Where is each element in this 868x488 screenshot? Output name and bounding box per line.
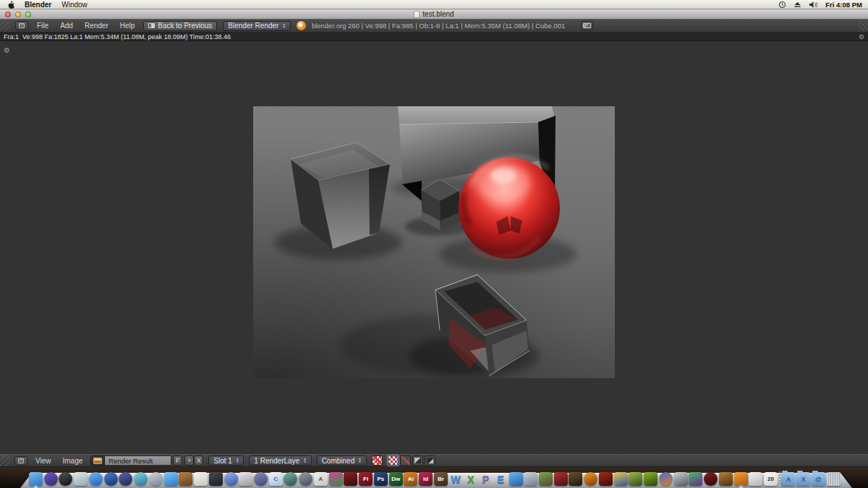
blender-logo-icon [297, 21, 306, 30]
new-image-button[interactable]: + [184, 455, 194, 466]
channel-z-button[interactable] [425, 455, 435, 466]
z-depth-icon [427, 458, 433, 463]
menu-help[interactable]: Help [120, 22, 135, 30]
image-editor-viewport[interactable]: ⚙ [0, 41, 868, 454]
dock-icon-toast[interactable] [329, 472, 343, 486]
sync-icon[interactable] [778, 1, 786, 9]
unlink-image-button[interactable]: X [194, 455, 203, 466]
dock-icon-game-warrior[interactable] [719, 472, 733, 486]
dock-icon-game-gem[interactable] [674, 472, 688, 486]
dock-icon-remote-desktop[interactable] [524, 472, 537, 486]
image-thumbnail-icon [93, 458, 102, 464]
dock-icon-quake3[interactable] [584, 472, 597, 486]
dock-icon-blender[interactable] [734, 472, 748, 486]
eject-icon[interactable] [793, 1, 801, 8]
menu-add[interactable]: Add [60, 22, 73, 30]
slot-dropdown[interactable]: Slot 1 ▲▼ [208, 455, 244, 466]
dock-icon-camtasia[interactable]: C [269, 472, 283, 486]
dock-icon-messenger[interactable] [509, 472, 523, 486]
dock-icon-calendar-20[interactable]: 20 [764, 472, 778, 486]
volume-icon[interactable] [809, 1, 818, 9]
stepper-arrows-icon: ▲▼ [303, 458, 306, 463]
corner-grip-icon[interactable] [0, 20, 9, 32]
dock-icon-system-dial[interactable] [299, 472, 312, 486]
dock-icon-sketch-pen[interactable] [749, 472, 762, 486]
fake-user-button[interactable]: F [173, 455, 182, 466]
dock-icon-finder[interactable] [29, 472, 43, 486]
image-name-field[interactable]: Render Result [105, 455, 171, 466]
dock-icon-game-saber[interactable] [689, 472, 702, 486]
dock-icon-iphoto[interactable] [209, 472, 223, 486]
dock-icon-game-swords[interactable] [554, 472, 568, 486]
apple-logo-icon[interactable] [7, 1, 14, 9]
dock-icon-address-book[interactable] [179, 472, 192, 486]
dock-icon-photoshop[interactable]: Ps [374, 472, 388, 486]
menu-image[interactable]: Image [63, 457, 83, 465]
stepper-arrows-icon: ▲▼ [236, 458, 239, 463]
image-editor-icon [18, 458, 24, 463]
dock-icon-safari[interactable] [89, 472, 103, 486]
dock-icon-game-jet[interactable] [614, 472, 628, 486]
dock-icon-entourage[interactable]: E [494, 472, 508, 486]
dock-icon-game-star[interactable] [704, 472, 718, 486]
stepper-arrows-icon: ▲▼ [358, 458, 361, 463]
render-layer-dropdown[interactable]: 1 RenderLaye ▲▼ [249, 455, 311, 466]
dock-icon-itunes[interactable] [224, 472, 238, 486]
dock-icon-dvd-player[interactable] [119, 472, 132, 486]
menubar-app-name[interactable]: Blender [25, 1, 51, 9]
dock-icon-web-globe[interactable] [104, 472, 118, 486]
render-engine-dropdown[interactable]: Blender Render ▲▼ [223, 21, 291, 31]
dock-icon-unreal[interactable] [659, 472, 673, 486]
dock-icon-time-machine[interactable] [284, 472, 297, 486]
dock-icon-game-zombie[interactable] [629, 472, 642, 486]
dock-icon-quake-green[interactable] [644, 472, 658, 486]
dock-icon-illustrator[interactable]: Ai [404, 472, 417, 486]
menubar-clock[interactable]: Fri 4:08 PM [825, 1, 862, 9]
dock-icon-ical[interactable] [194, 472, 208, 486]
corner-grip-icon[interactable] [859, 20, 868, 32]
dock-icon-front-row[interactable] [254, 472, 268, 486]
dock-icon-powerpoint[interactable]: P [479, 472, 493, 486]
menu-file[interactable]: File [37, 22, 48, 30]
dock-icon-minecraft[interactable] [539, 472, 553, 486]
dock-icon-quicktime[interactable] [149, 472, 163, 486]
dock-icon-trash[interactable] [827, 472, 841, 486]
dock-icon-word[interactable]: W [449, 472, 463, 486]
screen-layout-button[interactable] [581, 21, 593, 30]
corner-grip-icon[interactable] [0, 455, 9, 466]
editor-type-button[interactable] [14, 456, 27, 466]
dock-icon-folder-applications[interactable]: A [781, 472, 795, 486]
dock-icon-preview[interactable] [74, 472, 88, 486]
channel-color-alpha-button[interactable] [388, 455, 399, 466]
options-gear-icon[interactable]: ⚙ [859, 33, 864, 40]
channel-alpha-button[interactable] [412, 455, 423, 466]
window-titlebar[interactable]: test.blend [0, 9, 868, 20]
viewport-gear-icon[interactable]: ⚙ [4, 46, 10, 54]
image-paint-icon[interactable] [372, 455, 383, 466]
dock-icon-dashboard[interactable] [59, 472, 72, 486]
menubar-item-window[interactable]: Window [61, 1, 88, 9]
dock-icon-indesign[interactable]: Id [419, 472, 433, 486]
dock-icon-game-eagle[interactable] [569, 472, 582, 486]
dock-icon-folder-user[interactable]: @ [812, 472, 825, 486]
dock-icon-photo-booth[interactable] [239, 472, 252, 486]
dock-icon-idvd[interactable] [134, 472, 148, 486]
menu-view[interactable]: View [35, 457, 51, 465]
dock-icon-quake4[interactable] [599, 472, 613, 486]
dock-icon-bridge[interactable]: Br [434, 472, 448, 486]
dock-icon-purple-media-app[interactable] [44, 472, 58, 486]
dock-icon-ichat[interactable] [164, 472, 178, 486]
render-pass-dropdown[interactable]: Combined ▲▼ [317, 455, 367, 466]
dock-icon-media-encoder[interactable] [344, 472, 357, 486]
dock-icon-acrobat[interactable]: A [314, 472, 328, 486]
dock-icon-folder-utilities[interactable]: X [796, 472, 810, 486]
menu-render[interactable]: Render [85, 22, 109, 30]
channel-color-button[interactable] [400, 455, 411, 466]
back-to-previous-button[interactable]: Back to Previous [143, 21, 217, 31]
dock-icon-dreamweaver[interactable]: Dw [389, 472, 403, 486]
color-slash-icon [401, 456, 410, 465]
dock-icon-excel[interactable]: X [464, 472, 477, 486]
editor-type-button[interactable] [15, 21, 28, 30]
dock-icon-flash[interactable]: Fl [359, 472, 373, 486]
browse-image-button[interactable] [90, 455, 105, 466]
